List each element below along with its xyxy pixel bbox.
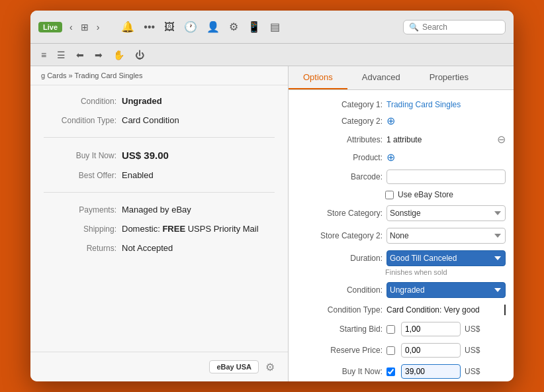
condition-label: Condition: bbox=[44, 97, 116, 106]
clock-icon[interactable]: 🕐 bbox=[184, 21, 197, 33]
buy-it-now-opt-row: Buy It Now: US$ bbox=[294, 361, 508, 381]
payments-row: Payments: Managed by eBay bbox=[44, 205, 275, 215]
shipping-value: Domestic: FREE USPS Priority Mail bbox=[122, 224, 259, 234]
reserve-price-checkbox[interactable] bbox=[386, 346, 395, 355]
nav-forward-button[interactable]: › bbox=[93, 21, 103, 34]
product-add-button[interactable]: ⊕ bbox=[386, 152, 395, 163]
image-icon[interactable]: 🖼 bbox=[164, 21, 175, 33]
ebay-badge: eBay USA bbox=[209, 360, 259, 373]
search-input[interactable] bbox=[422, 23, 500, 32]
hand-tool-button[interactable]: ✋ bbox=[109, 48, 128, 62]
duration-select[interactable]: Good Till Canceled bbox=[386, 250, 506, 266]
buy-it-now-opt-label: Buy It Now: bbox=[296, 367, 383, 376]
barcode-label: Barcode: bbox=[296, 172, 383, 181]
power-button[interactable]: ⏻ bbox=[131, 48, 148, 62]
shipping-row: Shipping: Domestic: FREE USPS Priority M… bbox=[44, 224, 275, 234]
condition-type-opt-label: Condition Type: bbox=[296, 305, 383, 315]
list-unordered-button[interactable]: ≡ bbox=[37, 48, 50, 62]
returns-label: Returns: bbox=[44, 244, 116, 253]
cursor-indicator bbox=[504, 305, 506, 315]
use-ebay-store-checkbox[interactable] bbox=[385, 191, 394, 199]
category2-label: Category 2: bbox=[296, 117, 383, 126]
right-tabs: Options Advanced Properties bbox=[289, 66, 514, 90]
store-category-row: Store Category: Sonstige bbox=[294, 202, 508, 224]
condition-row: Condition: Ungraded bbox=[44, 96, 275, 106]
condition-select[interactable]: Ungraded bbox=[386, 282, 506, 298]
category2-row: Category 2: ⊕ bbox=[294, 113, 508, 130]
starting-bid-currency: US$ bbox=[465, 324, 488, 334]
category2-add-button[interactable]: ⊕ bbox=[386, 116, 395, 126]
condition-type-row: Condition Type: Card Condition bbox=[44, 115, 275, 125]
store-category2-row: Store Category 2: None bbox=[294, 224, 508, 247]
best-offer-label: Best Offer: bbox=[44, 171, 116, 180]
tab-options[interactable]: Options bbox=[289, 66, 347, 89]
grid-view-button[interactable]: ⊞ bbox=[77, 21, 92, 34]
use-ebay-store-label: Use eBay Store bbox=[398, 190, 453, 199]
footer-row: eBay USA ⚙ bbox=[30, 352, 288, 381]
starting-bid-checkbox[interactable] bbox=[386, 325, 395, 334]
list-ordered-button[interactable]: ☰ bbox=[53, 48, 69, 62]
reserve-price-input[interactable] bbox=[401, 343, 461, 358]
bell-icon[interactable]: 🔔 bbox=[121, 21, 134, 33]
condition-opt-label: Condition: bbox=[296, 285, 383, 295]
category1-value: Trading Card Singles bbox=[386, 100, 506, 109]
category1-label: Category 1: bbox=[296, 100, 383, 109]
duration-hint: Finishes when sold bbox=[294, 268, 508, 276]
payments-label: Payments: bbox=[44, 205, 116, 215]
search-box[interactable]: 🔍 bbox=[403, 20, 506, 34]
store-category2-label: Store Category 2: bbox=[296, 231, 383, 240]
toolbar-nav: ‹ ⊞ › bbox=[66, 21, 103, 34]
store-category-select[interactable]: Sonstige bbox=[386, 205, 506, 221]
buy-it-now-currency: US$ bbox=[465, 367, 488, 376]
settings-icon[interactable]: ⚙ bbox=[229, 21, 238, 33]
barcode-input[interactable] bbox=[386, 170, 506, 184]
best-offer-value: Enabled bbox=[122, 170, 154, 180]
user-icon[interactable]: 👤 bbox=[206, 21, 220, 33]
attributes-value: 1 attribute bbox=[386, 135, 493, 144]
ebay-store-row: Use eBay Store bbox=[294, 187, 508, 202]
product-row: Product: ⊕ bbox=[294, 149, 508, 166]
device-icon[interactable]: 📱 bbox=[248, 21, 261, 33]
reserve-price-currency: US$ bbox=[465, 346, 488, 355]
sub-toolbar: ≡ ☰ ⬅ ➡ ✋ ⏻ bbox=[30, 44, 514, 66]
indent-button[interactable]: ➡ bbox=[91, 48, 107, 62]
outdent-button[interactable]: ⬅ bbox=[72, 48, 88, 62]
reserve-price-row: Reserve Price: US$ bbox=[294, 340, 508, 361]
toolbar-left: Live ‹ ⊞ › bbox=[38, 21, 103, 34]
content-area: g Cards » Trading Card Singles Condition… bbox=[30, 66, 514, 381]
duration-label: Duration: bbox=[296, 254, 383, 263]
breadcrumb: g Cards » Trading Card Singles bbox=[30, 66, 288, 85]
buy-it-now-value: US$ 39.00 bbox=[122, 150, 169, 161]
live-badge: Live bbox=[38, 22, 62, 32]
reserve-price-label: Reserve Price: bbox=[296, 346, 383, 355]
best-offer-row: Best Offer: Enabled bbox=[44, 170, 275, 180]
starting-bid-label: Starting Bid: bbox=[296, 324, 383, 334]
attributes-label: Attributes: bbox=[296, 135, 383, 144]
options-form: Category 1: Trading Card Singles Categor… bbox=[289, 90, 514, 381]
condition-opt-row: Condition: Ungraded bbox=[294, 279, 508, 301]
condition-type-opt-value: Card Condition: Very good bbox=[386, 305, 499, 315]
starting-bid-row: Starting Bid: US$ bbox=[294, 318, 508, 340]
search-icon: 🔍 bbox=[409, 23, 419, 32]
sidebar-icon[interactable]: ▤ bbox=[270, 21, 280, 33]
condition-type-label: Condition Type: bbox=[44, 116, 116, 125]
duration-row: Duration: Good Till Canceled bbox=[294, 247, 508, 270]
tab-properties[interactable]: Properties bbox=[415, 66, 483, 89]
gear-settings-button[interactable]: ⚙ bbox=[265, 361, 275, 373]
returns-value: Not Accepted bbox=[122, 243, 173, 253]
main-window: Live ‹ ⊞ › 🔔 ••• 🖼 🕐 👤 ⚙ 📱 ▤ 🔍 ≡ ☰ ⬅ ➡ bbox=[30, 11, 514, 381]
condition-value: Ungraded bbox=[122, 96, 162, 106]
returns-row: Returns: Not Accepted bbox=[44, 243, 275, 253]
buy-it-now-checkbox[interactable] bbox=[386, 368, 395, 376]
buy-it-now-input[interactable] bbox=[401, 364, 461, 379]
store-category-label: Store Category: bbox=[296, 209, 383, 218]
attributes-remove-button[interactable]: ⊖ bbox=[497, 133, 506, 146]
condition-type-opt-row: Condition Type: Card Condition: Very goo… bbox=[294, 301, 508, 318]
store-category2-select[interactable]: None bbox=[386, 228, 506, 244]
more-icon[interactable]: ••• bbox=[144, 21, 155, 33]
starting-bid-input[interactable] bbox=[401, 322, 461, 336]
condition-type-value: Card Condition bbox=[122, 115, 179, 125]
tab-advanced[interactable]: Advanced bbox=[347, 66, 415, 89]
nav-back-button[interactable]: ‹ bbox=[66, 21, 76, 34]
item-details-section: Condition: Ungraded Condition Type: Card… bbox=[30, 85, 288, 264]
